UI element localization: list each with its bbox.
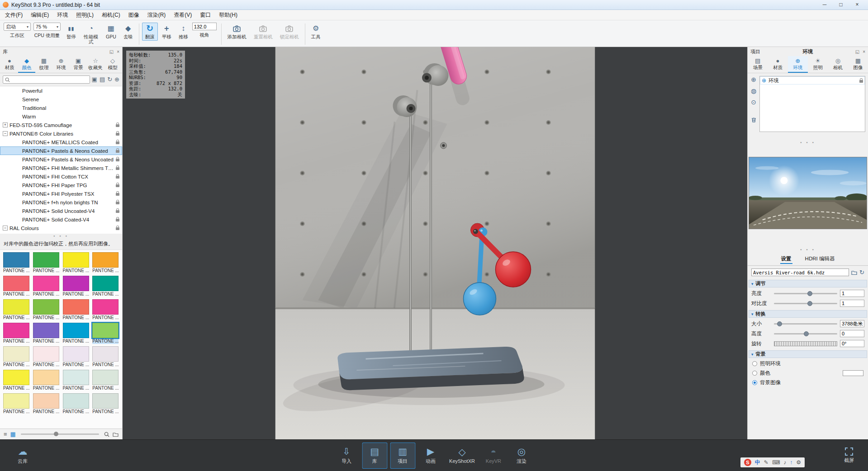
folder-icon[interactable] [113,432,119,437]
maximize-button[interactable]: □ [833,0,849,9]
color-swatch[interactable]: PANTONE ... [92,252,119,273]
tree-row[interactable]: Warm [0,112,122,121]
tab-backplates[interactable]: ▣ 背景 [70,56,87,73]
sogou-icon[interactable]: S [744,459,751,466]
delete-environment-icon[interactable] [751,115,757,122]
render-image[interactable] [275,47,595,439]
swatch-chip[interactable] [63,370,89,385]
color-swatch[interactable]: PANTONE ... [33,393,59,414]
dock-keyvr[interactable]: ◓ KeyVR [481,443,506,469]
swatch-chip[interactable] [3,252,29,268]
swatch-chip[interactable] [63,393,89,409]
color-swatch[interactable]: PANTONE ... [33,346,59,367]
color-swatch[interactable]: PANTONE ... [3,370,29,391]
export-environment-icon[interactable]: ⊙ [751,99,756,106]
menu-item[interactable]: 相机(C) [98,10,124,20]
pause-button[interactable]: ▮▮ 暂停 [63,23,79,41]
brightness-slider[interactable] [774,291,837,297]
tree-row[interactable]: PANTONE+ FHI Cotton TCX [0,172,122,181]
color-swatch[interactable]: PANTONE ... [63,370,89,391]
minimize-button[interactable]: ─ [816,0,833,9]
hdri-file-input[interactable] [751,268,849,276]
dock-render[interactable]: ◎ 渲染 [509,443,534,469]
contrast-value[interactable] [840,300,864,307]
fov-input[interactable] [192,23,217,30]
environment-list[interactable]: ⊕ 环境 [759,76,865,132]
close-panel-icon[interactable]: × [863,49,865,54]
sound-icon[interactable]: ♪ [783,459,786,466]
swatch-chip[interactable] [92,370,119,385]
search-input[interactable] [11,77,88,82]
tree-row[interactable]: Traditional [0,104,122,112]
tab-environment[interactable]: ⊕ 环境 [788,56,808,73]
color-swatch[interactable]: PANTONE ... [3,252,29,273]
thumbnail-size-slider[interactable] [21,433,99,435]
tree-row[interactable]: PANTONE+ Pastels & Neons Uncoated [0,155,122,164]
color-swatch[interactable]: PANTONE ... [92,393,119,414]
tree-row[interactable]: − RAL Colours [0,224,122,232]
color-swatch[interactable]: PANTONE ... [3,346,29,367]
color-swatch[interactable]: PANTONE ... [33,323,59,344]
swatch-chip[interactable] [92,323,119,338]
section-background[interactable]: ▾ 背景 [749,350,867,358]
keyboard-icon[interactable]: ⌨ [772,459,780,466]
tools-button[interactable]: ⚙ 工具 [308,23,324,41]
color-swatch[interactable]: PANTONE ... [63,299,89,320]
tab-favorites[interactable]: ☆ 收藏夹 [87,56,104,73]
color-swatch[interactable]: PANTONE ... [63,346,89,367]
reset-camera-button[interactable]: 重置相机 [251,23,276,41]
color-swatch[interactable]: PANTONE ... [92,299,119,320]
swatch-chip[interactable] [92,299,119,315]
swatch-chip[interactable] [92,252,119,268]
swatch-chip[interactable] [3,370,29,385]
swatch-chip[interactable] [33,276,59,291]
tab-image[interactable]: ▦ 图像 [848,56,868,73]
refresh-icon[interactable]: ↻ [107,76,112,83]
tree-row[interactable]: Serene [0,95,122,104]
swatch-chip[interactable] [3,299,29,315]
dock-project[interactable]: ▥ 项目 [390,443,415,469]
tab-scene[interactable]: ▤ 场景 [748,56,768,73]
dock-import[interactable]: ⇩ 导入 [334,443,359,469]
section-transform[interactable]: ▾ 转换 [749,310,867,318]
browse-folder-icon[interactable] [851,269,857,276]
menu-item[interactable]: 编辑(E) [27,10,53,20]
gpu-button[interactable]: ▦ GPU [103,23,119,41]
dock-cloud-library[interactable]: ☁ 云库 [10,443,35,469]
menu-item[interactable]: 渲染(R) [143,10,170,20]
radio-icon[interactable] [752,361,757,366]
tree-row[interactable]: PANTONE+ Solid Coated-V4 [0,215,122,224]
denoise-button[interactable]: ◆ 去噪 [120,23,136,41]
swatch-chip[interactable] [33,299,59,315]
float-panel-icon[interactable]: ◱ [855,49,859,54]
settings-tab[interactable]: HDRI 编辑器 [804,255,836,264]
rotation-value[interactable] [840,340,864,347]
swatch-chip[interactable] [63,276,89,291]
height-value[interactable] [840,330,864,337]
tree-row[interactable]: Powerful [0,86,122,95]
cpu-usage-select[interactable]: 75 %▾ CPU 使用量 [33,23,61,39]
grid-view-icon[interactable]: ▦ [10,431,16,438]
tab-environments[interactable]: ⊕ 环境 [52,56,70,73]
slider-knob[interactable] [54,432,58,436]
expander-icon[interactable]: − [3,131,8,136]
handwriting-icon[interactable]: ✎ [764,459,768,466]
panel-resize-handle[interactable]: ● ● ● [748,140,868,145]
menu-item[interactable]: 查看(V) [170,10,196,20]
swatch-chip[interactable] [63,323,89,338]
swatch-chip[interactable] [63,299,89,315]
dock-animation[interactable]: ▶ 动画 [418,443,443,469]
background-color-swatch[interactable] [843,370,863,376]
swatch-chip[interactable] [33,252,59,268]
performance-mode-button[interactable]: ◔ 性能模式 [80,23,102,46]
contrast-slider[interactable] [774,301,837,306]
size-slider[interactable] [774,321,837,327]
tumble-button[interactable]: ↻ 翻滚 [142,23,158,41]
panel-resize-handle[interactable]: ● ● ● [0,234,122,239]
refresh-icon[interactable]: ↻ [859,269,864,276]
dolly-button[interactable]: ↕ 推移 [175,23,191,41]
tab-camera[interactable]: ◎ 相机 [828,56,848,73]
tree-row[interactable]: PANTONE+ f+h nylon brights TN [0,198,122,207]
panel-resize-handle[interactable]: ● ● ● [748,247,868,252]
height-slider[interactable] [774,331,837,337]
